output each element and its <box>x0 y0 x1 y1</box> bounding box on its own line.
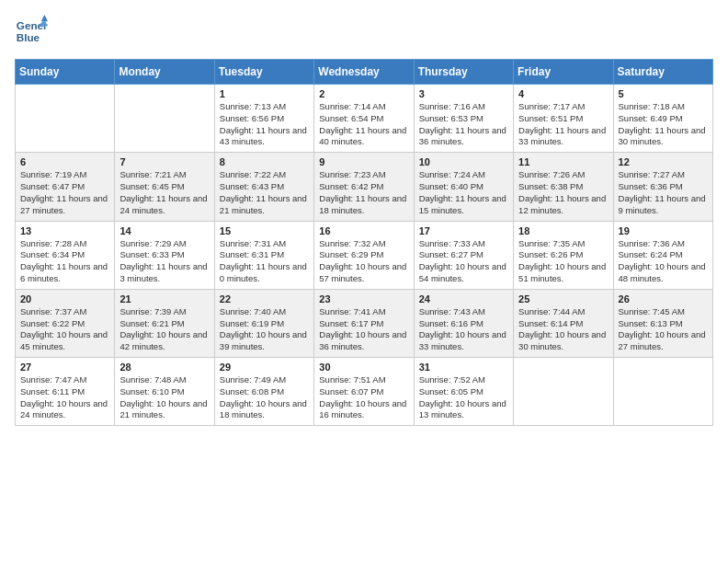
calendar-cell: 1Sunrise: 7:13 AM Sunset: 6:56 PM Daylig… <box>214 85 313 153</box>
day-number: 19 <box>619 225 708 236</box>
day-number: 17 <box>419 225 508 236</box>
day-number: 2 <box>319 88 408 99</box>
calendar-row-0: 1Sunrise: 7:13 AM Sunset: 6:56 PM Daylig… <box>16 85 713 153</box>
weekday-header-saturday: Saturday <box>613 60 712 85</box>
calendar-cell: 12Sunrise: 7:27 AM Sunset: 6:36 PM Dayli… <box>613 153 712 221</box>
day-number: 24 <box>419 293 508 304</box>
calendar-cell: 6Sunrise: 7:19 AM Sunset: 6:47 PM Daylig… <box>16 153 115 221</box>
calendar-cell: 30Sunrise: 7:51 AM Sunset: 6:07 PM Dayli… <box>314 358 414 426</box>
calendar-cell: 2Sunrise: 7:14 AM Sunset: 6:54 PM Daylig… <box>314 85 414 153</box>
day-number: 5 <box>619 88 708 99</box>
logo-icon: General Blue <box>15 15 48 48</box>
calendar-cell: 28Sunrise: 7:48 AM Sunset: 6:10 PM Dayli… <box>115 358 214 426</box>
day-number: 26 <box>619 293 708 304</box>
calendar-cell: 5Sunrise: 7:18 AM Sunset: 6:49 PM Daylig… <box>613 85 712 153</box>
weekday-header-wednesday: Wednesday <box>314 60 414 85</box>
day-number: 21 <box>119 293 209 304</box>
day-number: 15 <box>220 225 309 236</box>
calendar-cell: 11Sunrise: 7:26 AM Sunset: 6:38 PM Dayli… <box>514 153 613 221</box>
calendar-cell: 29Sunrise: 7:49 AM Sunset: 6:08 PM Dayli… <box>214 358 313 426</box>
calendar-cell: 3Sunrise: 7:16 AM Sunset: 6:53 PM Daylig… <box>414 85 513 153</box>
cell-info: Sunrise: 7:24 AM Sunset: 6:40 PM Dayligh… <box>419 169 508 216</box>
cell-info: Sunrise: 7:22 AM Sunset: 6:43 PM Dayligh… <box>220 169 309 216</box>
day-number: 12 <box>619 156 708 167</box>
day-number: 4 <box>518 88 608 99</box>
cell-info: Sunrise: 7:18 AM Sunset: 6:49 PM Dayligh… <box>619 101 708 148</box>
cell-info: Sunrise: 7:14 AM Sunset: 6:54 PM Dayligh… <box>319 101 408 148</box>
day-number: 28 <box>119 362 209 373</box>
cell-info: Sunrise: 7:17 AM Sunset: 6:51 PM Dayligh… <box>518 101 608 148</box>
cell-info: Sunrise: 7:16 AM Sunset: 6:53 PM Dayligh… <box>419 101 508 148</box>
calendar-cell: 19Sunrise: 7:36 AM Sunset: 6:24 PM Dayli… <box>613 221 712 289</box>
cell-info: Sunrise: 7:13 AM Sunset: 6:56 PM Dayligh… <box>220 101 309 148</box>
calendar-cell: 17Sunrise: 7:33 AM Sunset: 6:27 PM Dayli… <box>414 221 513 289</box>
day-number: 3 <box>419 88 508 99</box>
weekday-header-sunday: Sunday <box>16 60 115 85</box>
day-number: 31 <box>419 362 508 373</box>
calendar-cell: 21Sunrise: 7:39 AM Sunset: 6:21 PM Dayli… <box>115 289 214 357</box>
calendar-cell <box>613 358 712 426</box>
cell-info: Sunrise: 7:26 AM Sunset: 6:38 PM Dayligh… <box>518 169 608 216</box>
cell-info: Sunrise: 7:28 AM Sunset: 6:34 PM Dayligh… <box>20 238 109 285</box>
calendar-cell: 4Sunrise: 7:17 AM Sunset: 6:51 PM Daylig… <box>514 85 613 153</box>
cell-info: Sunrise: 7:47 AM Sunset: 6:11 PM Dayligh… <box>20 374 109 421</box>
calendar-cell: 13Sunrise: 7:28 AM Sunset: 6:34 PM Dayli… <box>16 221 115 289</box>
day-number: 11 <box>518 156 608 167</box>
weekday-header-thursday: Thursday <box>414 60 513 85</box>
cell-info: Sunrise: 7:48 AM Sunset: 6:10 PM Dayligh… <box>119 374 209 421</box>
calendar-cell: 15Sunrise: 7:31 AM Sunset: 6:31 PM Dayli… <box>214 221 313 289</box>
calendar-cell: 25Sunrise: 7:44 AM Sunset: 6:14 PM Dayli… <box>514 289 613 357</box>
logo: General Blue <box>15 15 48 48</box>
calendar-cell: 20Sunrise: 7:37 AM Sunset: 6:22 PM Dayli… <box>16 289 115 357</box>
calendar-cell <box>16 85 115 153</box>
weekday-header-tuesday: Tuesday <box>214 60 313 85</box>
calendar-cell: 8Sunrise: 7:22 AM Sunset: 6:43 PM Daylig… <box>214 153 313 221</box>
calendar-row-2: 13Sunrise: 7:28 AM Sunset: 6:34 PM Dayli… <box>16 221 713 289</box>
cell-info: Sunrise: 7:40 AM Sunset: 6:19 PM Dayligh… <box>220 306 309 353</box>
page-header: General Blue <box>15 15 713 48</box>
day-number: 13 <box>20 225 109 236</box>
calendar-cell: 18Sunrise: 7:35 AM Sunset: 6:26 PM Dayli… <box>514 221 613 289</box>
calendar-cell: 31Sunrise: 7:52 AM Sunset: 6:05 PM Dayli… <box>414 358 513 426</box>
day-number: 29 <box>220 362 309 373</box>
cell-info: Sunrise: 7:23 AM Sunset: 6:42 PM Dayligh… <box>319 169 408 216</box>
cell-info: Sunrise: 7:39 AM Sunset: 6:21 PM Dayligh… <box>119 306 209 353</box>
calendar-cell: 16Sunrise: 7:32 AM Sunset: 6:29 PM Dayli… <box>314 221 414 289</box>
day-number: 23 <box>319 293 408 304</box>
day-number: 22 <box>220 293 309 304</box>
day-number: 6 <box>20 156 109 167</box>
calendar-row-3: 20Sunrise: 7:37 AM Sunset: 6:22 PM Dayli… <box>16 289 713 357</box>
cell-info: Sunrise: 7:49 AM Sunset: 6:08 PM Dayligh… <box>220 374 309 421</box>
calendar-cell: 14Sunrise: 7:29 AM Sunset: 6:33 PM Dayli… <box>115 221 214 289</box>
weekday-header-friday: Friday <box>514 60 613 85</box>
day-number: 30 <box>319 362 408 373</box>
cell-info: Sunrise: 7:19 AM Sunset: 6:47 PM Dayligh… <box>20 169 109 216</box>
calendar-cell: 22Sunrise: 7:40 AM Sunset: 6:19 PM Dayli… <box>214 289 313 357</box>
cell-info: Sunrise: 7:45 AM Sunset: 6:13 PM Dayligh… <box>619 306 708 353</box>
day-number: 10 <box>419 156 508 167</box>
cell-info: Sunrise: 7:36 AM Sunset: 6:24 PM Dayligh… <box>619 238 708 285</box>
day-number: 9 <box>319 156 408 167</box>
cell-info: Sunrise: 7:32 AM Sunset: 6:29 PM Dayligh… <box>319 238 408 285</box>
cell-info: Sunrise: 7:37 AM Sunset: 6:22 PM Dayligh… <box>20 306 109 353</box>
day-number: 1 <box>220 88 309 99</box>
cell-info: Sunrise: 7:44 AM Sunset: 6:14 PM Dayligh… <box>518 306 608 353</box>
weekday-header-monday: Monday <box>115 60 214 85</box>
svg-text:Blue: Blue <box>17 31 40 43</box>
day-number: 8 <box>220 156 309 167</box>
calendar-cell: 27Sunrise: 7:47 AM Sunset: 6:11 PM Dayli… <box>16 358 115 426</box>
day-number: 27 <box>20 362 109 373</box>
cell-info: Sunrise: 7:52 AM Sunset: 6:05 PM Dayligh… <box>419 374 508 421</box>
day-number: 7 <box>119 156 209 167</box>
day-number: 16 <box>319 225 408 236</box>
weekday-header-row: SundayMondayTuesdayWednesdayThursdayFrid… <box>16 60 713 85</box>
cell-info: Sunrise: 7:31 AM Sunset: 6:31 PM Dayligh… <box>220 238 309 285</box>
cell-info: Sunrise: 7:43 AM Sunset: 6:16 PM Dayligh… <box>419 306 508 353</box>
day-number: 20 <box>20 293 109 304</box>
calendar-cell <box>115 85 214 153</box>
calendar-cell: 10Sunrise: 7:24 AM Sunset: 6:40 PM Dayli… <box>414 153 513 221</box>
calendar-table: SundayMondayTuesdayWednesdayThursdayFrid… <box>15 59 713 426</box>
day-number: 25 <box>518 293 608 304</box>
calendar-cell: 7Sunrise: 7:21 AM Sunset: 6:45 PM Daylig… <box>115 153 214 221</box>
cell-info: Sunrise: 7:41 AM Sunset: 6:17 PM Dayligh… <box>319 306 408 353</box>
